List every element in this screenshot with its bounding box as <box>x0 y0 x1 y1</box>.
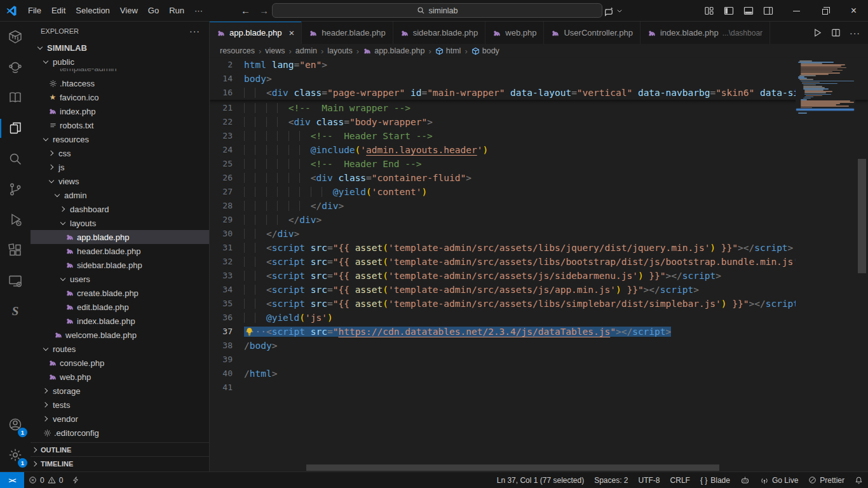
line-number[interactable]: 31 <box>210 241 244 255</box>
tree-item-app.blade.php[interactable]: app.blade.php <box>31 230 209 244</box>
activity-accounts[interactable]: 1 <box>0 409 31 440</box>
customize-layout-icon[interactable] <box>704 6 714 16</box>
line-content[interactable]: <script src="{{ asset('template-admin/sr… <box>244 269 796 283</box>
line-number[interactable]: 22 <box>210 115 244 129</box>
line-content[interactable]: <!-- Header Start --> <box>244 129 796 143</box>
tree-item-index.blade.php[interactable]: index.blade.php <box>31 314 209 328</box>
tree-item-header.blade.php[interactable]: header.blade.php <box>31 244 209 258</box>
tree-item-users[interactable]: users <box>31 272 209 286</box>
prettier[interactable]: Prettier <box>803 472 850 488</box>
line-content[interactable]: ····<script src="https://cdn.datatables.… <box>244 325 796 339</box>
breadcrumb-item-body[interactable]: body <box>471 46 499 55</box>
breadcrumb-item-resources[interactable]: resources <box>220 46 255 55</box>
line-number[interactable]: 35 <box>210 297 244 311</box>
restore-button[interactable] <box>811 0 839 22</box>
tree-item-console.php[interactable]: console.php <box>31 356 209 370</box>
line-number[interactable]: 33 <box>210 269 244 283</box>
menu-view[interactable]: View <box>115 4 143 17</box>
command-center-search[interactable]: siminlab <box>272 3 602 18</box>
tree-item-public[interactable]: public <box>31 55 209 69</box>
line-content[interactable] <box>244 353 796 367</box>
tree-item-tests[interactable]: tests <box>31 398 209 412</box>
tree-item-js[interactable]: js <box>31 160 209 174</box>
eol-indicator[interactable]: CRLF <box>665 472 695 488</box>
line-content[interactable]: <!-- Header End --> <box>244 157 796 171</box>
editor-more-actions-icon[interactable]: ··· <box>850 28 860 38</box>
tab-sidebar.blade.php[interactable]: sidebar.blade.php <box>393 22 486 44</box>
tab-index.blade.php[interactable]: index.blade.php...\dashboar <box>641 22 770 44</box>
tab-usercontroller.php[interactable]: UserController.php <box>544 22 640 44</box>
remote-indicator[interactable]: >< <box>0 472 24 488</box>
activity-extensions[interactable] <box>0 235 31 266</box>
line-content[interactable]: html lang="en"> <box>244 58 796 72</box>
line-content[interactable]: </div> <box>244 227 796 241</box>
breadcrumb-item-admin[interactable]: admin <box>295 46 317 55</box>
tree-item-robots.txt[interactable]: robots.txt <box>31 118 209 132</box>
tree-item-index.php[interactable]: index.php <box>31 104 209 118</box>
tree-item-favicon.ico[interactable]: ★favicon.ico <box>31 90 209 104</box>
forward-button[interactable]: → <box>259 5 269 16</box>
activity-monkey-extension[interactable] <box>0 52 31 83</box>
close-button[interactable]: × <box>839 0 868 22</box>
line-number[interactable]: 41 <box>210 381 244 395</box>
section-outline[interactable]: OUTLINE <box>31 442 209 456</box>
activity-search[interactable] <box>0 144 31 174</box>
line-number[interactable]: 34 <box>210 283 244 297</box>
line-number[interactable]: 27 <box>210 185 244 199</box>
tree-item-resources[interactable]: resources <box>31 132 209 146</box>
activity-s-extension[interactable]: S <box>0 296 31 327</box>
tree-item-sidebar.blade.php[interactable]: sidebar.blade.php <box>31 258 209 272</box>
line-content[interactable]: </div> <box>244 199 796 213</box>
go-live[interactable]: Go Live <box>755 472 803 488</box>
line-content[interactable]: <!-- Main wrapper --> <box>244 101 796 115</box>
toggle-secondary-sidebar-icon[interactable] <box>763 6 773 16</box>
line-content[interactable]: body> <box>244 72 796 86</box>
activity-explorer[interactable] <box>0 113 31 144</box>
line-content[interactable]: <script src="{{ asset('template-admin/sr… <box>244 297 796 311</box>
tab-web.php[interactable]: web.php <box>485 22 544 44</box>
notifications[interactable] <box>850 472 868 488</box>
line-number[interactable]: 39 <box>210 353 244 367</box>
tree-item-web.php[interactable]: web.php <box>31 370 209 384</box>
minimize-button[interactable] <box>782 0 811 22</box>
menu-file[interactable]: File <box>23 4 46 17</box>
tree-item-welcome.blade.php[interactable]: welcome.blade.php <box>31 328 209 342</box>
line-number[interactable]: 32 <box>210 255 244 269</box>
tree-item-dashboard[interactable]: dashboard <box>31 202 209 216</box>
line-content[interactable]: @yield('js') <box>244 311 796 325</box>
indentation[interactable]: Spaces: 2 <box>589 472 633 488</box>
breadcrumb-item-views[interactable]: views <box>265 46 285 55</box>
minimap[interactable] <box>796 58 855 464</box>
back-button[interactable]: ← <box>241 5 250 16</box>
breadcrumb-item-layouts[interactable]: layouts <box>327 46 353 55</box>
breadcrumb-item-app.blade.php[interactable]: app.blade.php <box>363 46 424 55</box>
activity-remote-explorer[interactable] <box>0 266 31 296</box>
activity-docs-extension[interactable] <box>0 83 31 113</box>
cursor-position[interactable]: Ln 37, Col 1 (77 selected) <box>492 472 589 488</box>
menu-go[interactable]: Go <box>143 4 164 17</box>
run-file-icon[interactable] <box>813 28 822 37</box>
tab-header.blade.php[interactable]: header.blade.php <box>302 22 393 44</box>
toggle-panel-icon[interactable] <box>743 6 754 16</box>
language-mode[interactable]: { }Blade <box>695 472 735 488</box>
close-tab-icon[interactable]: × <box>288 28 294 37</box>
split-editor-icon[interactable] <box>831 28 841 37</box>
line-content[interactable]: <script src="{{ asset('template-admin/sr… <box>244 255 796 269</box>
line-number[interactable]: 29 <box>210 213 244 227</box>
line-content[interactable]: <div class="body-wrapper"> <box>244 115 796 129</box>
tree-item-css[interactable]: css <box>31 146 209 160</box>
tree-item-create.blade.php[interactable]: create.blade.php <box>31 286 209 300</box>
tree-item-edit.blade.php[interactable]: edit.blade.php <box>31 300 209 314</box>
line-content[interactable]: </div> <box>244 213 796 227</box>
toggle-primary-sidebar-icon[interactable] <box>724 6 734 16</box>
copilot-button[interactable] <box>604 6 623 17</box>
line-number[interactable]: 24 <box>210 143 244 157</box>
line-number[interactable]: 26 <box>210 171 244 185</box>
line-number[interactable]: 16 <box>210 86 244 100</box>
menu-more[interactable]: ··· <box>189 4 208 17</box>
line-number[interactable]: 36 <box>210 311 244 325</box>
copilot-status[interactable] <box>735 472 755 488</box>
problems-indicator[interactable]: 0 0 <box>24 472 67 488</box>
line-number[interactable]: 38 <box>210 339 244 353</box>
tab-app.blade.php[interactable]: app.blade.php× <box>210 22 302 44</box>
